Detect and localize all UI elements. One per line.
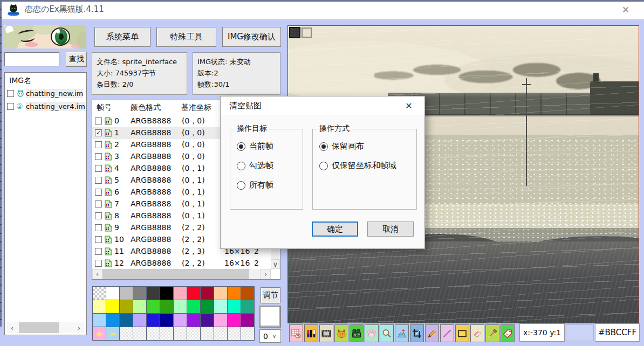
palette-color[interactable] — [241, 300, 255, 314]
scrollbar-thumb[interactable] — [102, 269, 249, 279]
palette-color[interactable] — [106, 300, 120, 314]
tool-animation[interactable] — [350, 324, 364, 342]
tool-color-picker[interactable] — [485, 324, 499, 342]
tool-pencil[interactable] — [425, 324, 439, 342]
tool-tag[interactable] — [501, 324, 515, 342]
frame-cell-empty[interactable] — [302, 27, 312, 38]
palette-empty-slot[interactable] — [120, 327, 133, 341]
item-checkbox[interactable] — [7, 90, 14, 97]
chevron-left-icon[interactable]: ‹ — [92, 269, 102, 279]
palette-color[interactable] — [133, 300, 147, 314]
operation-target-option[interactable]: 所有帧 — [237, 180, 303, 190]
palette-color[interactable] — [106, 314, 120, 327]
radio-icon[interactable] — [237, 162, 245, 170]
palette-color[interactable] — [160, 314, 174, 327]
frame-checkbox[interactable] — [95, 189, 102, 196]
palette-empty-slot[interactable] — [174, 327, 187, 341]
frame-checkbox[interactable] — [95, 248, 102, 255]
current-color-swatch[interactable] — [259, 306, 281, 328]
palette-empty-slot[interactable] — [160, 327, 174, 341]
radio-icon[interactable] — [237, 142, 245, 151]
frame-checkbox[interactable] — [95, 224, 102, 231]
operation-mode-option[interactable]: 保留画布 — [319, 141, 416, 151]
item-checkbox[interactable] — [7, 103, 14, 110]
tool-transform[interactable] — [395, 324, 409, 342]
palette-color[interactable] — [201, 314, 214, 327]
palette-color[interactable] — [160, 287, 174, 300]
frame-checkbox[interactable] — [95, 200, 102, 207]
adjust-button[interactable]: 调节 — [261, 287, 280, 303]
palette-color[interactable] — [228, 314, 241, 327]
operation-target-option[interactable]: 当前帧 — [237, 141, 303, 151]
frame-checkbox[interactable] — [95, 236, 102, 243]
tool-rectangle[interactable] — [455, 324, 469, 342]
palette-color[interactable] — [214, 314, 228, 327]
palette-empty-slot[interactable] — [187, 327, 201, 341]
chevron-left-icon[interactable]: ‹ — [7, 322, 17, 333]
frame-table-hscrollbar[interactable]: ‹ › — [92, 269, 271, 279]
img-list-hscrollbar[interactable]: ‹ › — [7, 322, 84, 333]
tool-zoom[interactable] — [380, 324, 394, 342]
palette-color[interactable] — [214, 300, 228, 314]
palette-color[interactable] — [187, 287, 201, 300]
palette-color[interactable] — [228, 300, 241, 314]
tool-color-channels[interactable] — [304, 324, 318, 342]
dialog-close-button[interactable]: ✕ — [399, 96, 419, 115]
operation-target-option[interactable]: 勾选帧 — [237, 161, 303, 171]
frame-checkbox[interactable] — [95, 260, 102, 267]
palette-color[interactable] — [214, 287, 228, 300]
palette-color[interactable] — [187, 300, 201, 314]
system-menu-button[interactable]: 系统菜单 — [94, 27, 150, 47]
ok-button[interactable]: 确定 — [312, 222, 358, 237]
palette-transparent[interactable] — [93, 287, 106, 300]
palette-empty-slot[interactable] — [147, 327, 160, 341]
scrollbar-thumb[interactable] — [19, 322, 59, 333]
frame-checkbox[interactable] — [95, 141, 102, 148]
palette-empty-slot[interactable] — [133, 327, 147, 341]
chevron-right-icon[interactable]: › — [261, 269, 271, 279]
list-item[interactable]: chatting_new.im — [5, 87, 86, 100]
palette-color[interactable] — [120, 287, 133, 300]
search-input[interactable] — [4, 52, 59, 66]
window-close-button[interactable]: ✕ — [615, 0, 636, 19]
palette-color[interactable] — [147, 300, 160, 314]
tool-paw[interactable] — [365, 324, 379, 342]
find-button[interactable]: 查找 — [66, 52, 87, 67]
palette-empty-slot[interactable] — [228, 327, 241, 341]
palette-color[interactable] — [147, 314, 160, 327]
special-tools-button[interactable]: 特殊工具 — [156, 27, 216, 47]
cancel-button[interactable]: 取消 — [367, 222, 414, 237]
img-confirm-button[interactable]: IMG修改确认 — [222, 27, 281, 47]
frame-checkbox[interactable] — [95, 117, 102, 124]
scrollbar-track[interactable] — [17, 322, 74, 333]
frame-checkbox[interactable]: ✓ — [95, 129, 102, 136]
radio-icon[interactable] — [319, 162, 328, 170]
tool-canvas-palette[interactable] — [289, 324, 303, 342]
palette-color[interactable] — [241, 314, 255, 327]
palette-color[interactable] — [120, 314, 133, 327]
palette-empty-slot[interactable] — [214, 327, 228, 341]
tool-eraser[interactable] — [470, 324, 484, 342]
palette-color[interactable] — [174, 300, 187, 314]
palette-color[interactable] — [147, 287, 160, 300]
palette-color[interactable] — [174, 314, 187, 327]
palette-add-button[interactable]: ＋ — [93, 327, 106, 341]
tool-crop[interactable] — [410, 324, 424, 342]
palette-color[interactable] — [120, 300, 133, 314]
tool-frame-view[interactable] — [319, 324, 333, 342]
palette-empty-slot[interactable] — [201, 327, 214, 341]
radio-icon[interactable] — [319, 142, 328, 151]
tool-cat[interactable] — [334, 324, 348, 342]
chevron-right-icon[interactable]: › — [74, 322, 84, 333]
frame-checkbox[interactable] — [95, 165, 102, 172]
palette-color[interactable] — [133, 314, 147, 327]
palette-color[interactable] — [241, 287, 255, 300]
radio-icon[interactable] — [237, 181, 245, 190]
palette-color[interactable] — [106, 287, 120, 300]
palette-color[interactable] — [201, 287, 214, 300]
chevron-down-icon[interactable]: ∨ — [271, 259, 280, 269]
palette-color[interactable] — [201, 300, 214, 314]
operation-mode-option[interactable]: 仅保留坐标和帧域 — [319, 161, 416, 171]
palette-color[interactable] — [133, 287, 147, 300]
scrollbar-track[interactable] — [102, 269, 261, 279]
